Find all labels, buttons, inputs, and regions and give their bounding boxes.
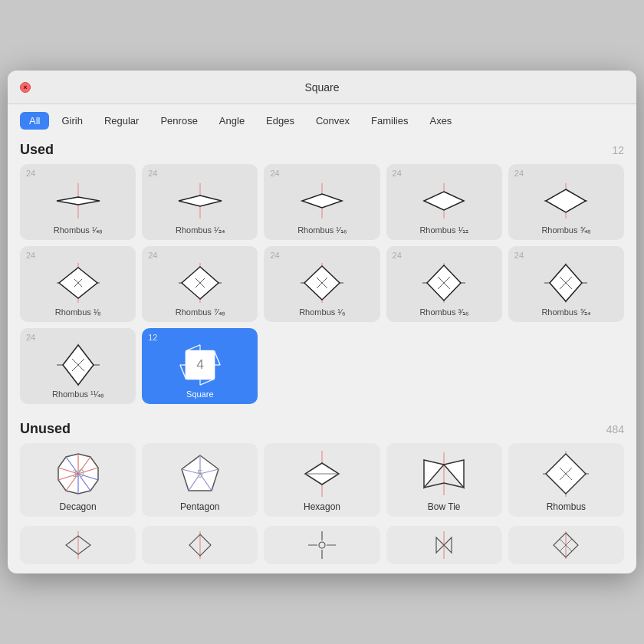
tab-girih[interactable]: Girih bbox=[52, 112, 91, 130]
bottom-tile-3[interactable] bbox=[264, 526, 380, 564]
svg-line-47 bbox=[180, 365, 186, 379]
tab-angle[interactable]: Angle bbox=[210, 112, 254, 130]
svg-marker-92 bbox=[444, 537, 452, 553]
window-title: Square bbox=[304, 81, 339, 94]
svg-marker-3 bbox=[179, 196, 222, 206]
tile-bow-tie[interactable]: Bow Tie bbox=[386, 443, 502, 517]
svg-marker-7 bbox=[424, 192, 464, 210]
used-tiles-grid: 24 Rhombus ¹⁄₄₈ 24 Rho bbox=[20, 164, 624, 404]
used-count: 12 bbox=[612, 144, 624, 156]
svg-marker-10 bbox=[546, 189, 586, 212]
tab-axes[interactable]: Axes bbox=[420, 112, 461, 130]
tile-rhombus-11-48[interactable]: 24 Rhombus ¹¹⁄₄₈ bbox=[20, 328, 136, 404]
bottom-tile-1[interactable] bbox=[20, 526, 136, 564]
unused-header: Unused 484 bbox=[20, 421, 624, 437]
svg-line-44 bbox=[186, 345, 199, 351]
svg-marker-91 bbox=[436, 537, 444, 553]
tile-rhombus-1-8[interactable]: 24 Rhombus ¹⁄₈ bbox=[20, 246, 136, 322]
tab-edges[interactable]: Edges bbox=[257, 112, 304, 130]
unused-section: Unused 484 bbox=[8, 415, 636, 520]
bottom-partial-row bbox=[8, 526, 636, 564]
svg-text:5: 5 bbox=[197, 468, 203, 480]
unused-count: 484 bbox=[606, 423, 624, 435]
tile-rhombus-3-16[interactable]: 24 Rhombus ³⁄₁₆ bbox=[386, 246, 502, 322]
tile-rhombus-1-12[interactable]: 24 Rhombus ¹⁄₁₂ bbox=[386, 164, 502, 240]
svg-point-85 bbox=[319, 542, 325, 548]
unused-title: Unused bbox=[20, 421, 71, 437]
tile-rhombus-1-6[interactable]: 24 Rhombus ¹⁄₆ bbox=[264, 246, 380, 322]
tile-pentagon[interactable]: 5 Pentagon bbox=[142, 443, 258, 517]
used-header: Used 12 bbox=[20, 142, 624, 158]
used-section: Used 12 24 Rhombus ¹⁄₄₈ 24 bbox=[8, 136, 636, 407]
tile-rhombus-7-48[interactable]: 24 Rhombus ⁷⁄₄₈ bbox=[142, 246, 258, 322]
svg-line-46 bbox=[200, 379, 214, 385]
tab-convex[interactable]: Convex bbox=[307, 112, 359, 130]
svg-marker-5 bbox=[302, 194, 342, 208]
unused-tiles-grid: 10 Decagon 5 bbox=[20, 443, 624, 517]
tab-penrose[interactable]: Penrose bbox=[151, 112, 206, 130]
main-window: × Square All Girih Regular Penrose Angle… bbox=[8, 71, 636, 573]
used-title: Used bbox=[20, 142, 54, 158]
tab-families[interactable]: Families bbox=[362, 112, 417, 130]
tile-rhombus-1-48[interactable]: 24 Rhombus ¹⁄₄₈ bbox=[20, 164, 136, 240]
tab-bar: All Girih Regular Penrose Angle Edges Co… bbox=[8, 104, 636, 136]
bottom-tile-4[interactable] bbox=[386, 526, 502, 564]
bottom-tile-2[interactable] bbox=[142, 526, 258, 564]
svg-text:4: 4 bbox=[196, 356, 204, 372]
tile-rhombus-1-16[interactable]: 24 Rhombus ¹⁄₁₆ bbox=[264, 164, 380, 240]
tile-rhombus-5-24[interactable]: 24 Rhombus ⁵⁄₂₄ bbox=[508, 246, 624, 322]
tile-rhombus-5-48[interactable]: 24 Rhombus ⁵⁄₄₈ bbox=[508, 164, 624, 240]
tile-rhombus-unused[interactable]: Rhombus bbox=[508, 443, 624, 517]
tile-square[interactable]: 12 4 Square bbox=[142, 328, 258, 404]
tab-all[interactable]: All bbox=[20, 112, 49, 130]
tile-hexagon[interactable]: Hexagon bbox=[264, 443, 380, 517]
svg-line-45 bbox=[214, 351, 220, 365]
svg-text:10: 10 bbox=[72, 467, 84, 479]
tile-decagon[interactable]: 10 Decagon bbox=[20, 443, 136, 517]
svg-marker-1 bbox=[57, 197, 100, 205]
tile-rhombus-1-24[interactable]: 24 Rhombus ¹⁄₂₄ bbox=[142, 164, 258, 240]
bottom-tile-5[interactable] bbox=[508, 526, 624, 564]
tab-regular[interactable]: Regular bbox=[95, 112, 149, 130]
close-button[interactable]: × bbox=[20, 82, 31, 93]
titlebar: × Square bbox=[8, 71, 636, 104]
